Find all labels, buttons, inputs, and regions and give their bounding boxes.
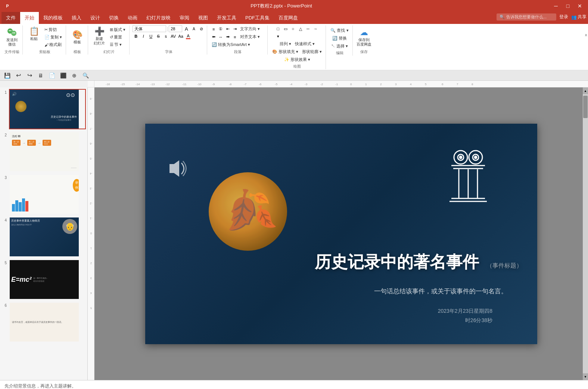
tab-design[interactable]: 设计 <box>86 12 105 24</box>
align-right-button[interactable]: ➡ <box>224 34 231 40</box>
quick-styles-button[interactable]: 快速样式 ▾ <box>293 40 316 47</box>
char-space-button[interactable]: AV <box>170 33 177 40</box>
slide-date[interactable]: 2023年2月23日星期四8 时26分38秒 <box>438 306 492 325</box>
notes-area[interactable]: 先介绍背景信息，再进入主题讲解。 <box>0 380 588 389</box>
triangle-shape[interactable]: △ <box>297 25 304 32</box>
font-size-input[interactable] <box>169 25 182 32</box>
slide-4-thumbnail[interactable]: 历史事件里重要人物简历 这位人物的简短介绍文字 👴 <box>9 217 86 257</box>
custom-qa-button[interactable]: ⬛ <box>59 71 67 80</box>
select-button[interactable]: ↖ 选择 ▾ <box>330 43 349 50</box>
template-button[interactable]: 🎨 模板 <box>69 29 85 45</box>
slide-6-thumbnail[interactable]: 读书与名言，或某种启示关于该历史事件的一段话。 <box>9 302 86 342</box>
font-name-input[interactable] <box>133 25 166 32</box>
zoom-button[interactable]: 🔍 <box>81 71 90 80</box>
tab-baidu[interactable]: 百度网盘 <box>274 12 302 24</box>
slide-3-thumbnail[interactable]: 举例 <box>9 174 86 214</box>
section-button[interactable]: ☰ 节 ▾ <box>108 41 127 48</box>
search-box[interactable]: 🔍 告诉我您想要做什么... <box>497 13 556 21</box>
share-button[interactable]: 👥 共享 <box>571 14 587 20</box>
strikethrough-button[interactable]: S <box>155 33 162 40</box>
shape-outline-button[interactable]: 形状轮廓 ▾ <box>301 48 323 55</box>
login-button[interactable]: 登录 <box>559 14 568 20</box>
tab-pdf[interactable]: PDF工具集 <box>241 12 274 24</box>
font-size-alt-button[interactable]: Aa <box>177 33 184 40</box>
tab-file[interactable]: 文件 <box>1 12 20 24</box>
align-left-button[interactable]: ⬅ <box>210 34 217 40</box>
slide-thumb-4[interactable]: 4 历史事件里重要人物简历 这位人物的简短介绍文字 👴 <box>1 217 86 257</box>
format-painter-button[interactable]: 🖌 格式刷 <box>43 41 63 48</box>
tab-mytemplate[interactable]: 我的模板 <box>39 12 67 24</box>
rounded-rect-shape[interactable]: ▭ <box>282 25 289 32</box>
font-color-button[interactable]: A <box>185 33 192 40</box>
tab-animations[interactable]: 动画 <box>123 12 142 24</box>
clear-format-button[interactable]: ⊘ <box>198 25 205 32</box>
slide-title[interactable]: 历史记录中的著名事件 （事件标题） <box>315 251 522 273</box>
scroll-down-button[interactable]: ▼ <box>583 373 588 380</box>
align-text-button[interactable]: 对齐文本 ▾ <box>239 33 261 40</box>
find-button[interactable]: 🔍 查找 ▾ <box>329 27 350 34</box>
maximize-button[interactable]: □ <box>563 2 573 10</box>
slide-thumb-3[interactable]: 3 举例 <box>1 174 86 214</box>
undo-button[interactable]: ↩ <box>14 71 22 80</box>
increase-indent-button[interactable]: ⇥ <box>231 26 238 33</box>
ribbon-collapse-button[interactable]: ∧ <box>585 33 587 37</box>
slide-1-thumbnail[interactable]: 🔊 ⊙⊙ 历史记录中的著名事件 一句话总结该事件 <box>9 89 86 129</box>
tab-developer[interactable]: 开发工具 <box>212 12 241 24</box>
arrange-button[interactable]: 排列 ▾ <box>278 40 293 47</box>
tab-home[interactable]: 开始 <box>20 12 39 24</box>
tab-insert[interactable]: 插入 <box>67 12 86 24</box>
redo-button[interactable]: ↪ <box>25 71 34 80</box>
scroll-thumb[interactable] <box>583 96 588 118</box>
rect-shape[interactable]: □ <box>275 25 281 32</box>
list-numbers-button[interactable]: ① <box>217 26 224 33</box>
slide-5-thumbnail[interactable]: E=mc² 这一事件引发的... 相关内容描述 <box>9 259 86 300</box>
shape-effects-button[interactable]: ✨ 形状效果 ▾ <box>283 56 312 63</box>
close-button[interactable]: ✕ <box>575 2 585 10</box>
arrow-shape[interactable]: → <box>312 25 319 32</box>
present-button[interactable]: 🖥 <box>37 71 45 80</box>
align-center-button[interactable]: ↔ <box>217 34 224 40</box>
replace-button[interactable]: 🔄 替换 <box>331 35 348 42</box>
decrease-indent-button[interactable]: ⇤ <box>224 26 231 33</box>
italic-button[interactable]: I <box>140 33 147 40</box>
slide-quote[interactable]: 一句话总结该事件，或关于该事件的一句名言。 <box>374 287 507 296</box>
increase-font-button[interactable]: A <box>183 25 190 32</box>
tab-review[interactable]: 审阅 <box>175 12 194 24</box>
canvas-area[interactable]: 🍂 <box>94 87 588 380</box>
list-bullets-button[interactable]: ≡ <box>210 26 217 33</box>
tab-transitions[interactable]: 切换 <box>105 12 123 24</box>
print-button[interactable]: 📄 <box>48 71 56 80</box>
vertical-scrollbar[interactable]: ▲ ▼ <box>583 87 588 380</box>
tab-view[interactable]: 视图 <box>194 12 212 24</box>
shadow-button[interactable]: s <box>162 33 169 40</box>
underline-button[interactable]: U <box>147 33 154 40</box>
text-direction-button[interactable]: 文字方向 ▾ <box>239 25 261 33</box>
slide-thumb-6[interactable]: 6 读书与名言，或某种启示关于该历史事件的一段话。 <box>1 302 86 342</box>
tab-slideshow[interactable]: 幻灯片放映 <box>142 12 175 24</box>
paste-button[interactable]: 📋 粘贴 <box>26 25 42 42</box>
layout-button[interactable]: ⊞ 版式 ▾ <box>108 26 127 33</box>
add-qa-button[interactable]: ⊕ <box>70 71 78 80</box>
oval-shape[interactable]: ○ <box>290 25 296 32</box>
send-to-wechat-button[interactable]: 发送到微信 <box>4 27 20 47</box>
main-slide[interactable]: 🍂 <box>145 124 537 344</box>
slide-thumb-2[interactable]: 2 流程 🖼 第一步AAA → 第二步BBB → 第三步CCC ━━━━━ <box>1 132 86 172</box>
minimize-button[interactable]: ─ <box>551 2 561 10</box>
slide-thumb-5[interactable]: 5 E=mc² 这一事件引发的... 相关内容描述 <box>1 259 86 300</box>
justify-button[interactable]: ≡ <box>231 34 238 40</box>
decrease-font-button[interactable]: A <box>190 25 197 32</box>
new-slide-button[interactable]: ➕ 新建幻灯片 <box>91 25 108 46</box>
save-quick-button[interactable]: 💾 <box>3 71 11 80</box>
reset-button[interactable]: ↺ 重置 <box>108 34 127 41</box>
slide-thumb-1[interactable]: 1 🔊 ⊙⊙ 历史记录中的著名事件 一句话总结该事件 <box>1 89 86 129</box>
line-shape[interactable]: ─ <box>305 25 311 32</box>
smartart-button[interactable]: 🔄 转换为SmartArt ▾ <box>210 41 252 48</box>
cut-button[interactable]: ✂ 剪切 <box>43 26 63 33</box>
more-shapes[interactable]: ▾ <box>275 33 281 40</box>
scroll-up-button[interactable]: ▲ <box>583 87 588 94</box>
shape-fill-button[interactable]: 🎨 形状填充 ▾ <box>271 48 300 55</box>
copy-button[interactable]: 📄 复制 ▾ <box>43 34 63 41</box>
slide-2-thumbnail[interactable]: 流程 🖼 第一步AAA → 第二步BBB → 第三步CCC ━━━━━ <box>9 132 86 172</box>
save-baidu-button[interactable]: ☁ 保存到百度网盘 <box>356 27 372 47</box>
bold-button[interactable]: B <box>133 33 139 40</box>
